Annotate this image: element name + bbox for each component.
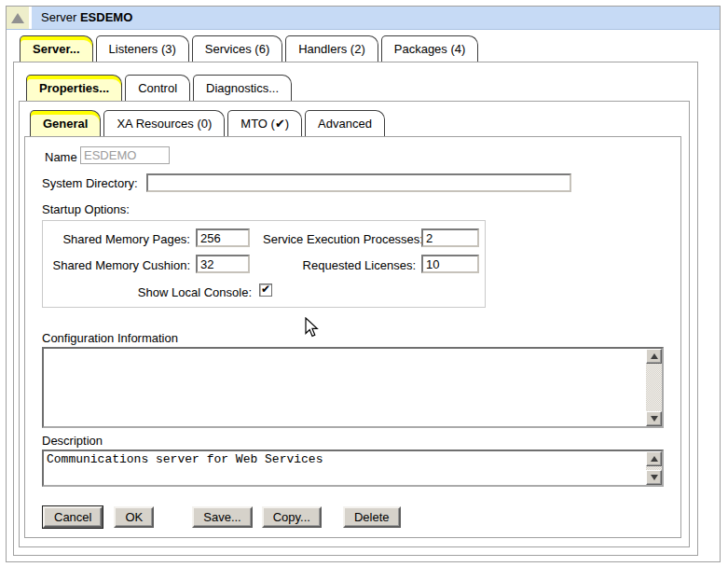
ok-button[interactable]: OK — [114, 506, 154, 528]
tab-control[interactable]: Control — [125, 75, 190, 101]
checkmark-icon: ✔ — [261, 283, 270, 296]
name-label: Name — [45, 150, 77, 164]
configuration-information-textarea[interactable] — [42, 347, 664, 428]
page: Server ESDEMO Server... Listeners (3) Se… — [0, 0, 728, 567]
startup-options-label: Startup Options: — [42, 202, 130, 216]
tab-label: Diagnostics... — [206, 81, 279, 95]
config-scrollbar[interactable] — [646, 349, 662, 426]
tab-server[interactable]: Server... — [20, 35, 93, 62]
tab-advanced[interactable]: Advanced — [305, 110, 385, 136]
tab-label: Server... — [33, 42, 80, 56]
scroll-up-button[interactable] — [646, 349, 662, 364]
service-execution-processes-field[interactable] — [421, 228, 479, 247]
shared-memory-cushion-field[interactable] — [196, 255, 250, 273]
requested-licenses-field[interactable] — [421, 255, 479, 273]
scroll-down-icon — [651, 416, 658, 422]
server-panel: Properties... Control Diagnostics... Gen… — [13, 62, 698, 556]
server-tab-row: Server... Listeners (3) Services (6) Han… — [20, 35, 481, 62]
tab-label: Services (6) — [205, 42, 269, 56]
tab-listeners[interactable]: Listeners (3) — [96, 35, 189, 62]
name-field — [80, 146, 170, 164]
show-local-console-label: Show Local Console: — [48, 285, 252, 299]
server-name: ESDEMO — [80, 10, 132, 24]
requested-licenses-label: Requested Licenses: — [263, 258, 416, 272]
scroll-down-button[interactable] — [646, 470, 662, 485]
properties-panel: General XA Resources (0) MTO (✔) Advance… — [19, 101, 690, 547]
tab-label: Handlers (2) — [298, 42, 365, 56]
tab-general[interactable]: General — [30, 110, 101, 136]
scroll-up-icon — [651, 456, 658, 462]
scroll-down-icon — [651, 475, 658, 480]
delete-button[interactable]: Delete — [343, 506, 401, 528]
tab-label: Listeners (3) — [109, 42, 176, 56]
scroll-up-button[interactable] — [646, 451, 662, 466]
configuration-information-label: Configuration Information — [42, 331, 178, 345]
tab-diagnostics[interactable]: Diagnostics... — [193, 75, 292, 101]
system-directory-field[interactable] — [146, 173, 571, 192]
description-text: Communications server for Web Services — [44, 451, 645, 485]
tab-label: Properties... — [39, 81, 109, 95]
tab-label: Packages (4) — [394, 42, 466, 56]
mouse-cursor-icon — [305, 317, 319, 338]
button-row: Cancel OK Save... Copy... Delete — [42, 506, 401, 528]
tab-label: MTO (✔) — [240, 117, 289, 131]
startup-options-group: Shared Memory Pages: Service Execution P… — [42, 220, 486, 308]
copy-button[interactable]: Copy... — [262, 506, 322, 528]
description-scrollbar[interactable] — [646, 451, 662, 485]
shared-memory-pages-field[interactable] — [196, 228, 250, 247]
shared-memory-cushion-label: Shared Memory Cushion: — [48, 258, 190, 272]
tab-packages[interactable]: Packages (4) — [381, 35, 479, 62]
tab-label: Control — [138, 81, 177, 95]
triangle-up-icon — [11, 13, 24, 23]
tab-mto[interactable]: MTO (✔) — [227, 110, 302, 136]
description-textarea[interactable]: Communications server for Web Services — [42, 449, 664, 487]
configuration-information-text — [44, 349, 645, 426]
show-local-console-checkbox[interactable]: ✔ — [259, 284, 272, 297]
collapse-toggle-button[interactable] — [7, 7, 32, 29]
page-title: Server ESDEMO — [41, 7, 132, 29]
server-window: Server ESDEMO Server... Listeners (3) Se… — [6, 6, 721, 562]
tab-label: XA Resources (0) — [117, 117, 212, 131]
description-label: Description — [42, 434, 103, 448]
title-bar: Server ESDEMO — [7, 7, 720, 30]
system-directory-label: System Directory: — [42, 176, 138, 190]
tab-handlers[interactable]: Handlers (2) — [285, 35, 378, 62]
shared-memory-pages-label: Shared Memory Pages: — [48, 232, 190, 246]
general-panel: Name System Directory: Startup Options: … — [24, 136, 681, 538]
cancel-button[interactable]: Cancel — [43, 506, 103, 528]
tab-xa-resources[interactable]: XA Resources (0) — [103, 110, 225, 136]
section-tab-row: Properties... Control Diagnostics... — [26, 75, 295, 101]
tab-services[interactable]: Services (6) — [192, 35, 282, 62]
tab-label: Advanced — [318, 117, 372, 131]
service-execution-processes-label: Service Execution Processes: — [263, 232, 416, 246]
property-tab-row: General XA Resources (0) MTO (✔) Advance… — [30, 110, 388, 136]
scroll-down-button[interactable] — [646, 411, 662, 426]
scroll-up-icon — [651, 353, 658, 359]
tab-properties[interactable]: Properties... — [26, 75, 122, 101]
title-prefix: Server — [41, 10, 76, 24]
tab-label: General — [43, 117, 88, 131]
save-button[interactable]: Save... — [192, 506, 252, 528]
